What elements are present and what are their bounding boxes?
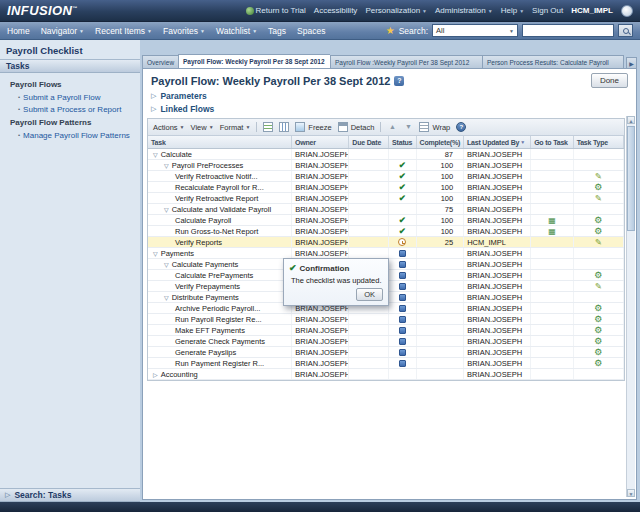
table-row[interactable]: Run Payroll Register Re...BRIAN.JOSEPHBR… [148,314,624,325]
task-cell: Generate Payslips [148,347,292,357]
menu-item-spaces[interactable]: Spaces [297,26,325,36]
ok-button[interactable]: OK [356,288,383,301]
table-row[interactable]: ▷AccountingBRIAN.JOSEPHBRIAN.JOSEPH [148,369,624,380]
automatic-task-gear-icon: ⚙ [594,315,602,324]
scroll-up-icon[interactable]: ▲ [627,116,635,124]
automatic-task-gear-icon: ⚙ [594,348,602,357]
search-input[interactable] [522,24,614,37]
view-menu[interactable]: View▼ [191,123,214,132]
menu-item-favorites[interactable]: Favorites▼ [163,26,205,36]
table-row[interactable]: ▽Payroll PreProcessesBRIAN.JOSEPH✔100BRI… [148,160,624,171]
expander-icon[interactable]: ▽ [164,162,169,169]
last-updated-by-cell: BRIAN.JOSEPH [464,369,531,379]
tree-item-manage-payroll-flow-patterns[interactable]: •Manage Payroll Flow Patterns [0,129,140,141]
menu-item-tags[interactable]: Tags [268,26,286,36]
scroll-thumb[interactable] [627,126,635,231]
title-help-icon[interactable]: ? [394,76,404,86]
search-button[interactable] [618,24,633,37]
topbar-link-return-to-trial[interactable]: Return to Trial [246,6,306,15]
complete-cell [417,369,465,379]
table-row[interactable]: ▽Calculate and Validate PayrollBRIAN.JOS… [148,204,624,215]
table-row[interactable]: Verify ReportsBRIAN.JOSEPH25HCM_IMPL✎ [148,237,624,248]
expander-icon[interactable]: ▽ [164,206,169,213]
table-row[interactable]: Generate Check PaymentsBRIAN.JOSEPHBRIAN… [148,336,624,347]
export-icon[interactable] [279,122,289,132]
owner-cell: BRIAN.JOSEPH [292,358,349,368]
last-updated-by-cell: BRIAN.JOSEPH [464,215,531,225]
actions-menu[interactable]: Actions▼ [153,123,185,132]
table-row[interactable]: Run Gross-to-Net ReportBRIAN.JOSEPH✔100B… [148,226,624,237]
topbar-link-accessibility[interactable]: Accessibility [314,6,358,15]
expander-linked-flows[interactable]: ▷Linked Flows [143,102,636,115]
tab-payroll-flow-weekly-payroll-per-38-sept-[interactable]: Payroll Flow :Weekly Payroll Per 38 Sept… [330,55,482,69]
table-row[interactable]: ▽CalculateBRIAN.JOSEPH87BRIAN.JOSEPH [148,149,624,160]
favorites-star-icon[interactable]: ★ [386,25,395,36]
menu-item-home[interactable]: Home [7,26,30,36]
go-to-task-icon[interactable]: ▦ [548,227,556,236]
table-row[interactable]: Generate PayslipsBRIAN.JOSEPHBRIAN.JOSEP… [148,347,624,358]
expander-icon[interactable]: ▽ [153,151,158,158]
menu-item-recent-items[interactable]: Recent Items▼ [95,26,152,36]
move-down-icon[interactable]: ▼ [403,122,413,132]
topbar-link-administration[interactable]: Administration▼ [435,6,493,15]
menu-item-watchlist[interactable]: Watchlist▼ [216,26,257,36]
topbar-link-personalization[interactable]: Personalization▼ [365,6,427,15]
column-header-due-date[interactable]: Due Date [349,136,389,148]
column-header-status[interactable]: Status [389,136,417,148]
column-header-owner[interactable]: Owner [292,136,349,148]
table-scrollbar[interactable]: ▲ ▼ [626,116,635,497]
expander-icon[interactable]: ▽ [164,294,169,301]
table-row[interactable]: Make EFT PaymentsBRIAN.JOSEPHBRIAN.JOSEP… [148,325,624,336]
tree-item-submit-a-payroll-flow[interactable]: •Submit a Payroll Flow [0,91,140,103]
column-header-complete[interactable]: Complete(%) [417,136,464,148]
task-type-cell: ⚙ [574,314,624,324]
move-up-icon[interactable]: ▲ [387,122,397,132]
expander-icon[interactable]: ▽ [164,261,169,268]
format-menu[interactable]: Format▼ [220,123,251,132]
table-row[interactable]: Calculate PayrollBRIAN.JOSEPH✔100BRIAN.J… [148,215,624,226]
table-icon[interactable] [263,122,273,132]
table-row[interactable]: Verify Retroactive Notif...BRIAN.JOSEPH✔… [148,171,624,182]
tab-payroll-flow-weekly-payroll-per-38-sept-[interactable]: Payroll Flow: Weekly Payroll Per 38 Sept… [178,54,330,69]
tree-item-submit-a-process-or-report[interactable]: •Submit a Process or Report [0,103,140,115]
scroll-down-icon[interactable]: ▼ [627,489,635,497]
complete-cell [417,270,464,280]
help-icon[interactable]: ? [456,122,466,132]
confirmation-message: The checklist was updated. [291,276,383,285]
menu-item-navigator[interactable]: Navigator▼ [41,26,84,36]
owner-cell: BRIAN.JOSEPH [292,226,349,236]
sidebar-bottom-search-panel[interactable]: ▷ Search: Tasks [0,488,140,502]
table-row[interactable]: Recalculate Payroll for R...BRIAN.JOSEPH… [148,182,624,193]
freeze-button[interactable]: Freeze [295,122,331,132]
column-header-last-updated-by[interactable]: Last Updated By▼ [464,136,531,148]
expander-icon[interactable]: ▷ [153,371,158,378]
status-not-started-icon [399,316,406,323]
due-date-cell [349,160,389,170]
last-updated-by-cell: BRIAN.JOSEPH [464,347,531,357]
automatic-task-gear-icon: ⚙ [594,227,602,236]
column-header-task-type[interactable]: Task Type [574,136,624,148]
menu-item-label: Spaces [297,26,325,36]
topbar-link-help[interactable]: Help▼ [501,6,524,15]
detach-button[interactable]: Detach [338,122,375,132]
topbar-link-sign-out[interactable]: Sign Out [532,6,563,15]
user-avatar-icon[interactable] [621,5,633,17]
tab-overflow-icon[interactable]: ▶ [626,57,637,69]
expand-triangle-icon: ▷ [151,92,156,100]
tab-overview[interactable]: Overview [142,55,178,69]
column-header-task[interactable]: Task [148,136,292,148]
tab-person-process-results-calculate-payroll[interactable]: Person Process Results: Calculate Payrol… [482,55,624,69]
done-button[interactable]: Done [591,73,628,88]
wrap-button[interactable]: Wrap [419,122,450,132]
table-row[interactable]: Verify Retroactive ReportBRIAN.JOSEPH✔10… [148,193,624,204]
tasks-panel-header[interactable]: Tasks [0,59,140,73]
application-window: INFUSION™ Return to TrialAccessibilityPe… [0,0,640,512]
expander-parameters[interactable]: ▷Parameters [143,89,636,102]
expander-icon[interactable]: ▽ [153,250,158,257]
complete-cell [417,303,464,313]
go-to-task-icon[interactable]: ▦ [548,216,556,225]
sidebar: Payroll Checklist Tasks Payroll Flows•Su… [0,40,140,502]
column-header-go-to-task[interactable]: Go to Task [531,136,574,148]
table-row[interactable]: Run Payment Register R...BRIAN.JOSEPHBRI… [148,358,624,369]
search-scope-select[interactable]: All▼ [432,24,518,37]
